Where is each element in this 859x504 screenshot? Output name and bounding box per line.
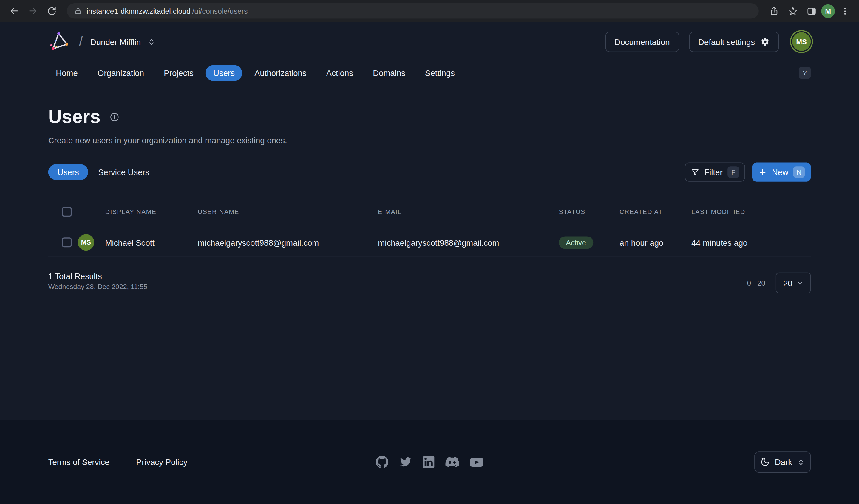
nav-item-organization[interactable]: Organization [90, 65, 152, 81]
funnel-icon [691, 168, 699, 176]
header-actions: Documentation Default settings MS [605, 32, 811, 52]
zitadel-logo-icon[interactable] [48, 30, 73, 53]
new-button[interactable]: New N [752, 163, 811, 182]
theme-toggle[interactable]: Dark [755, 451, 811, 473]
lock-icon [75, 7, 82, 15]
toolbar: Users Service Users Filter F New [48, 163, 811, 182]
new-label: New [772, 168, 788, 177]
browser-chrome: instance1-dkmnzw.zitadel.cloud/ui/consol… [0, 0, 859, 22]
nav-item-home[interactable]: Home [48, 65, 86, 81]
github-icon[interactable] [376, 456, 388, 468]
documentation-label: Documentation [614, 37, 669, 46]
select-all-checkbox[interactable] [62, 206, 72, 216]
users-table: DISPLAY NAME USER NAME E-MAIL STATUS CRE… [48, 195, 811, 257]
reload-icon[interactable] [43, 2, 60, 20]
terms-of-service-link[interactable]: Terms of Service [48, 458, 109, 467]
nav-item-domains[interactable]: Domains [365, 65, 413, 81]
page-size-select[interactable]: 20 [776, 272, 811, 294]
table-row[interactable]: MS Michael Scott michaelgaryscott988@gma… [48, 228, 811, 257]
tab-service-users[interactable]: Service Users [98, 164, 149, 180]
results-timestamp: Wednesday 28. Dec 2022, 11:55 [48, 283, 147, 291]
discord-icon[interactable] [445, 455, 459, 469]
table-header-row: DISPLAY NAME USER NAME E-MAIL STATUS CRE… [48, 195, 811, 228]
page-size-value: 20 [783, 278, 793, 287]
browser-menu-icon[interactable] [836, 2, 854, 20]
new-shortcut-badge: N [794, 166, 805, 178]
user-avatar[interactable]: MS [792, 32, 811, 51]
col-display-name: DISPLAY NAME [105, 208, 198, 215]
address-bar[interactable]: instance1-dkmnzw.zitadel.cloud/ui/consol… [67, 3, 759, 18]
privacy-policy-link[interactable]: Privacy Policy [136, 458, 187, 467]
breadcrumb-separator: / [79, 34, 82, 49]
twitter-icon[interactable] [400, 456, 412, 468]
theme-unfold-icon [797, 458, 805, 466]
side-panel-icon[interactable] [803, 2, 820, 20]
info-icon[interactable] [109, 112, 119, 122]
org-name: Dunder Mifflin [90, 37, 141, 46]
linkedin-icon[interactable] [423, 456, 435, 468]
page-range: 0 - 20 [747, 279, 765, 287]
org-switcher[interactable]: Dunder Mifflin [87, 34, 159, 49]
main-content: Users Create new users in your organizat… [0, 84, 859, 420]
filter-button[interactable]: Filter F [684, 163, 745, 182]
unfold-icon [147, 37, 156, 46]
chevron-down-icon [797, 280, 803, 286]
row-checkbox[interactable] [62, 237, 72, 247]
status-badge: Active [559, 236, 593, 249]
documentation-button[interactable]: Documentation [605, 32, 679, 52]
cell-last-modified: 44 minutes ago [691, 238, 811, 247]
col-created-at: CREATED AT [619, 208, 691, 215]
default-settings-button[interactable]: Default settings [689, 32, 779, 52]
moon-icon [760, 458, 770, 467]
gear-icon [760, 37, 770, 46]
col-last-modified: LAST MODIFIED [691, 208, 811, 215]
forward-icon[interactable] [24, 2, 42, 20]
plus-icon [758, 168, 767, 176]
bookmark-star-icon[interactable] [784, 2, 801, 20]
screen: instance1-dkmnzw.zitadel.cloud/ui/consol… [0, 0, 859, 504]
cell-display-name: Michael Scott [105, 238, 198, 247]
social-links [376, 455, 483, 469]
nav-item-settings[interactable]: Settings [417, 65, 462, 81]
url-path: /ui/console/users [192, 7, 247, 15]
col-user-name: USER NAME [198, 208, 378, 215]
browser-profile-avatar[interactable]: M [821, 4, 835, 18]
theme-label: Dark [775, 458, 792, 467]
main-nav: Home Organization Projects Users Authori… [0, 61, 859, 84]
back-icon[interactable] [5, 2, 23, 20]
url-host: instance1-dkmnzw.zitadel.cloud [87, 7, 191, 15]
footer: Terms of Service Privacy Policy [0, 420, 859, 504]
pagination-bar: 1 Total Results Wednesday 28. Dec 2022, … [48, 271, 811, 293]
help-button[interactable]: ? [799, 67, 811, 79]
total-results: 1 Total Results [48, 271, 147, 281]
col-email: E-MAIL [378, 208, 559, 215]
row-avatar: MS [78, 234, 94, 251]
nav-item-actions[interactable]: Actions [318, 65, 361, 81]
col-status: STATUS [559, 208, 619, 215]
cell-email: michaelgaryscott988@gmail.com [378, 238, 559, 247]
share-icon[interactable] [765, 2, 783, 20]
nav-item-projects[interactable]: Projects [156, 65, 201, 81]
default-settings-label: Default settings [698, 37, 755, 46]
filter-label: Filter [704, 168, 722, 177]
page-title: Users [48, 106, 101, 127]
nav-item-users[interactable]: Users [206, 65, 242, 81]
tab-users[interactable]: Users [48, 164, 88, 180]
youtube-icon[interactable] [470, 455, 483, 469]
cell-created-at: an hour ago [619, 238, 691, 247]
cell-user-name: michaelgaryscott988@gmail.com [198, 238, 378, 247]
page-subtitle: Create new users in your organization an… [48, 136, 811, 145]
zitadel-console: / Dunder Mifflin Documentation Default s… [0, 22, 859, 504]
filter-shortcut-badge: F [727, 166, 739, 178]
nav-item-authorizations[interactable]: Authorizations [247, 65, 314, 81]
console-header: / Dunder Mifflin Documentation Default s… [0, 22, 859, 61]
